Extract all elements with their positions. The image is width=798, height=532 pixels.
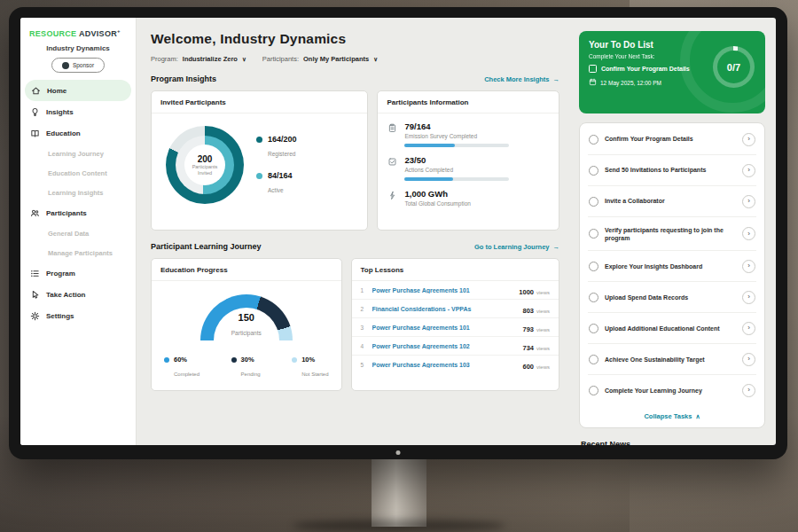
page-title: Welcome, Industry Dynamics — [151, 31, 559, 47]
cursor-icon — [30, 290, 40, 300]
chevron-right-icon[interactable]: › — [742, 164, 755, 177]
lesson-row[interactable]: 4 Power Purchase Agreements 102 734views — [352, 337, 559, 356]
logo-advisor: ADVISOR — [79, 29, 117, 38]
chevron-down-icon: ∨ — [242, 56, 246, 63]
lesson-link[interactable]: Power Purchase Agreements 101 — [372, 287, 513, 293]
task-item[interactable]: Verify participants requesting to join t… — [588, 217, 756, 251]
lesson-link[interactable]: Power Purchase Agreements 103 — [372, 362, 517, 368]
task-item[interactable]: Complete Your Learning Journey › — [588, 375, 756, 405]
chevron-right-icon[interactable]: › — [742, 195, 755, 208]
participants-filter-label: Participants: — [262, 55, 299, 63]
section-title-learning-journey: Participant Learning Journey — [151, 242, 262, 251]
program-select-value: Industrialize Zero — [183, 55, 238, 63]
collapse-tasks-link[interactable]: Collapse Tasks ∧ — [588, 405, 756, 425]
task-checkbox[interactable] — [589, 293, 598, 302]
go-to-learning-journey-link[interactable]: Go to Learning Journey → — [474, 243, 559, 251]
chevron-down-icon: ∨ — [373, 56, 378, 63]
task-checkbox[interactable] — [589, 262, 598, 271]
lesson-row[interactable]: 5 Power Purchase Agreements 103 600views — [352, 356, 559, 373]
nav-label: General Data — [48, 230, 89, 238]
sponsor-label: Sponsor — [73, 62, 94, 68]
task-checkbox[interactable] — [589, 135, 598, 145]
task-item[interactable]: Invite a Collaborator › — [588, 186, 756, 217]
gauge-legend: 60%Completed 30%Pending 10%Not Started — [152, 341, 341, 379]
nav-label: Home — [47, 87, 66, 95]
program-select[interactable]: Industrialize Zero ∨ — [183, 55, 246, 63]
task-item[interactable]: Upload Additional Educational Content › — [588, 313, 756, 344]
lesson-row[interactable]: 1 Power Purchase Agreements 101 1000view… — [352, 281, 559, 300]
task-checkbox[interactable] — [589, 386, 598, 395]
participants-select[interactable]: Only My Participants ∨ — [303, 55, 378, 63]
lesson-link[interactable]: Power Purchase Agreements 101 — [372, 325, 517, 331]
arrow-right-icon: → — [553, 243, 560, 251]
book-icon — [30, 129, 40, 138]
sponsor-icon — [62, 62, 69, 69]
sidebar-item-learning-journey[interactable]: Learning Journey — [20, 144, 136, 163]
legend-item-registered: 164/200Registered — [256, 135, 297, 160]
sidebar-item-education[interactable]: Education — [20, 122, 136, 144]
sidebar-nav: Home Insights Education Learning Journey… — [20, 80, 136, 326]
check-more-insights-link[interactable]: Check More Insights → — [484, 75, 559, 83]
emission-survey-progress — [404, 144, 509, 147]
sidebar-item-learning-insights[interactable]: Learning Insights — [20, 183, 136, 202]
logo-resource: RESOURCE — [29, 29, 76, 38]
list-icon — [30, 269, 40, 278]
chevron-right-icon[interactable]: › — [742, 227, 755, 240]
lesson-link[interactable]: Financial Considerations - VPPAs — [372, 306, 517, 312]
chevron-right-icon[interactable]: › — [742, 384, 755, 397]
legend-dot-completed — [164, 357, 169, 363]
task-item[interactable]: Achieve One Sustainability Target › — [588, 344, 756, 375]
task-checkbox[interactable] — [589, 197, 598, 207]
check-square-icon — [387, 155, 397, 167]
education-progress-card: Education Progress 150 Participants — [151, 258, 342, 391]
monitor-shadow — [293, 520, 505, 532]
legend-dot-active — [256, 173, 262, 179]
task-item[interactable]: Upload Spend Data Records › — [588, 282, 756, 313]
legend-dot-pending — [231, 357, 237, 363]
gauge-center: 150 Participants — [200, 312, 293, 339]
lesson-row[interactable]: 3 Power Purchase Agreements 101 793views — [352, 318, 559, 337]
legend-item-completed: 60%Completed — [164, 356, 200, 379]
task-item[interactable]: Confirm Your Program Details › — [588, 124, 756, 155]
sidebar-item-program[interactable]: Program — [20, 262, 136, 284]
stat-actions-completed: 23/50 Actions Completed — [378, 147, 559, 181]
nav-label: Learning Insights — [48, 189, 104, 197]
nav-label: Settings — [46, 312, 74, 320]
sidebar-item-take-action[interactable]: Take Action — [20, 284, 136, 305]
clipboard-icon — [387, 121, 397, 133]
chevron-right-icon[interactable]: › — [742, 260, 755, 273]
sidebar-item-education-content[interactable]: Education Content — [20, 163, 136, 183]
task-checkbox[interactable] — [589, 324, 598, 333]
lesson-link[interactable]: Power Purchase Agreements 102 — [372, 343, 517, 349]
monitor-bezel: RESOURCE ADVISOR+ Industry Dynamics Spon… — [9, 7, 787, 459]
lesson-row[interactable]: 2 Financial Considerations - VPPAs 803vi… — [352, 300, 559, 318]
nav-label: Education Content — [48, 169, 107, 177]
chevron-right-icon[interactable]: › — [742, 291, 755, 304]
stat-global-consumption: 1,000 GWh Total Global Consumption — [378, 181, 559, 207]
task-item[interactable]: Send 50 Invitations to Participants › — [588, 155, 756, 186]
todo-progress-ring: 0/7 — [713, 46, 755, 88]
chevron-right-icon[interactable]: › — [742, 322, 755, 335]
task-checkbox[interactable] — [589, 229, 598, 239]
people-icon — [30, 208, 40, 218]
sidebar-item-general-data[interactable]: General Data — [20, 223, 136, 243]
legend-item-not-started: 10%Not Started — [292, 356, 328, 379]
legend-dot-not-started — [292, 357, 297, 363]
sidebar-item-manage-participants[interactable]: Manage Participants — [20, 243, 136, 262]
chevron-right-icon[interactable]: › — [742, 133, 755, 146]
task-checkbox[interactable] — [589, 355, 598, 364]
sidebar-item-settings[interactable]: Settings — [20, 305, 136, 326]
checkbox-icon[interactable] — [589, 65, 597, 73]
dashboard-screen: RESOURCE ADVISOR+ Industry Dynamics Spon… — [20, 18, 776, 445]
sidebar-item-home[interactable]: Home — [25, 80, 131, 101]
sidebar-item-insights[interactable]: Insights — [20, 101, 136, 122]
card-title: Participants Information — [378, 91, 559, 113]
sidebar-item-participants[interactable]: Participants — [20, 202, 136, 223]
task-item[interactable]: Explore Your Insights Dashboard › — [588, 251, 756, 282]
todo-summary-card: Your To Do List Complete Your Next Task:… — [579, 31, 765, 113]
task-checkbox[interactable] — [589, 166, 598, 176]
chevron-right-icon[interactable]: › — [742, 353, 755, 366]
caret-up-icon: ∧ — [695, 413, 700, 420]
lightbulb-icon — [30, 107, 40, 117]
sponsor-badge[interactable]: Sponsor — [51, 58, 105, 73]
